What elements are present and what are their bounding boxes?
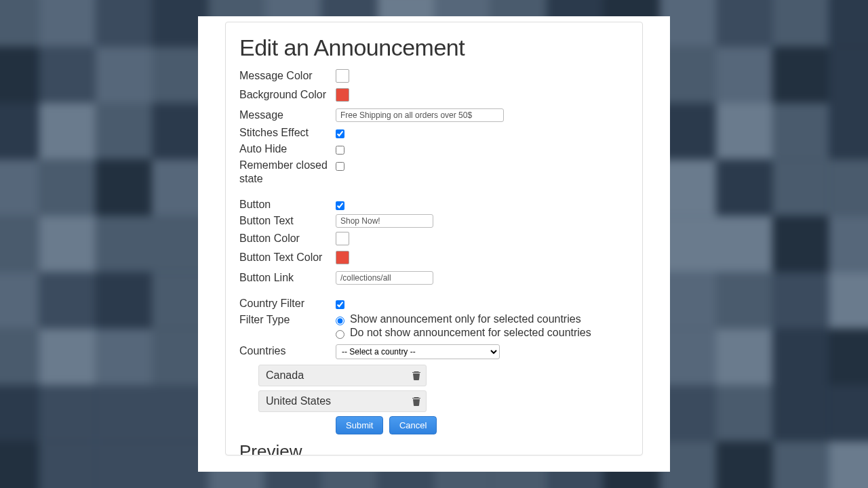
label-button: Button	[239, 197, 336, 211]
label-filter-type: Filter Type	[239, 312, 336, 327]
remember-closed-checkbox[interactable]	[336, 162, 344, 171]
button-color-swatch[interactable]	[336, 232, 349, 245]
content-page: Edit an Announcement Message Color Backg…	[198, 16, 670, 472]
label-button-link: Button Link	[239, 270, 336, 285]
stitches-effect-checkbox[interactable]	[336, 129, 344, 138]
auto-hide-checkbox[interactable]	[336, 146, 344, 155]
label-message-color: Message Color	[239, 68, 336, 83]
label-stitches-effect: Stitches Effect	[239, 125, 336, 140]
trash-icon[interactable]	[412, 396, 420, 406]
preview-heading: Preview	[239, 441, 629, 455]
label-message: Message	[239, 107, 336, 122]
filter-type-hide-label: Do not show announcement for selected co…	[350, 327, 591, 339]
label-button-color: Button Color	[239, 230, 336, 245]
button-text-input[interactable]	[336, 214, 433, 228]
filter-type-show-radio[interactable]	[336, 317, 344, 325]
selected-countries-list: Canada United States	[258, 365, 629, 412]
label-background-color: Background Color	[239, 87, 336, 102]
submit-button[interactable]: Submit	[336, 416, 383, 434]
button-text-color-swatch[interactable]	[336, 251, 349, 264]
country-chip: Canada	[258, 365, 427, 386]
button-link-input[interactable]	[336, 271, 433, 285]
label-remember-closed: Remember closed state	[239, 157, 336, 186]
label-button-text: Button Text	[239, 213, 336, 228]
trash-icon[interactable]	[412, 371, 420, 380]
country-chip-label: United States	[266, 395, 331, 407]
label-auto-hide: Auto Hide	[239, 141, 336, 156]
country-select[interactable]: -- Select a country --	[336, 344, 500, 359]
country-chip-label: Canada	[266, 369, 304, 382]
background-color-swatch[interactable]	[336, 88, 349, 102]
cancel-button[interactable]: Cancel	[389, 416, 437, 434]
edit-announcement-card: Edit an Announcement Message Color Backg…	[225, 22, 643, 455]
label-countries: Countries	[239, 343, 336, 358]
message-color-swatch[interactable]	[336, 69, 349, 83]
label-country-filter: Country Filter	[239, 296, 336, 310]
country-filter-checkbox[interactable]	[336, 300, 344, 309]
button-enabled-checkbox[interactable]	[336, 201, 344, 210]
filter-type-hide-radio[interactable]	[336, 330, 344, 339]
filter-type-show-label: Show announcement only for selected coun…	[350, 313, 581, 325]
country-chip: United States	[258, 390, 427, 412]
page-title: Edit an Announcement	[239, 35, 629, 61]
label-button-text-color: Button Text Color	[239, 249, 336, 264]
message-input[interactable]	[336, 108, 504, 122]
